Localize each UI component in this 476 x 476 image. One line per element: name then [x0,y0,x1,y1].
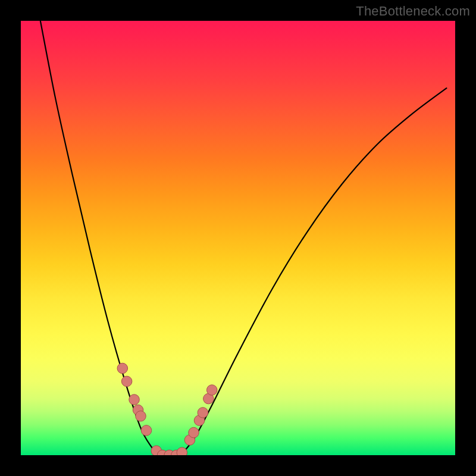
bottleneck-curve [40,21,447,455]
data-marker [121,376,132,387]
curve-markers [117,363,217,455]
data-marker [177,447,187,455]
data-marker [117,363,128,374]
data-marker [136,411,146,422]
curve-layer [21,21,455,455]
outer-frame: TheBottleneck.com [0,0,476,476]
watermark-text: TheBottleneck.com [356,4,470,19]
data-marker [189,427,199,438]
data-marker [141,425,152,436]
data-marker [206,385,217,396]
data-marker [198,408,208,418]
data-marker [129,394,140,405]
plot-area [21,21,455,455]
